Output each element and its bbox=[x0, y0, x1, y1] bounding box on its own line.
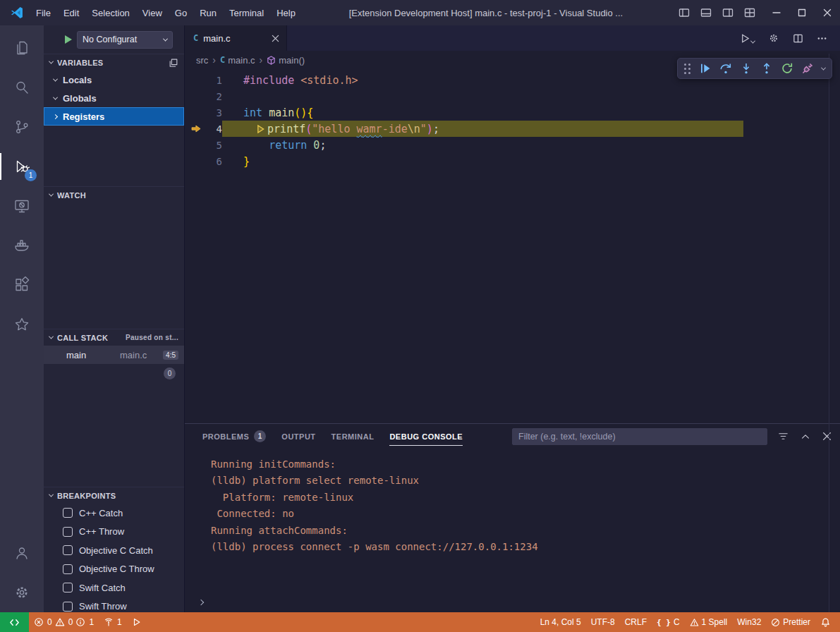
more-actions-icon[interactable] bbox=[817, 33, 827, 44]
step-out-button[interactable] bbox=[757, 59, 776, 78]
cursor-position[interactable]: Ln 4, Col 5 bbox=[535, 612, 586, 632]
breakpoint-row[interactable]: Objective C Catch bbox=[44, 541, 184, 560]
variables-item-globals[interactable]: Globals bbox=[44, 89, 184, 107]
call-stack-badge-row: 0 bbox=[44, 364, 184, 382]
call-stack-title: CALL STACK bbox=[57, 334, 108, 342]
close-panel-icon[interactable] bbox=[822, 432, 832, 441]
activity-search[interactable] bbox=[0, 68, 44, 107]
minimize-button[interactable] bbox=[764, 0, 789, 25]
debug-toolbar-more-icon[interactable] bbox=[821, 65, 826, 70]
current-line-arrow-icon[interactable] bbox=[185, 124, 207, 133]
accounts-button[interactable] bbox=[0, 533, 44, 573]
forwarded-ports-status[interactable]: 1 bbox=[99, 612, 127, 632]
code-editor[interactable]: 1 #include <stdio.h> 2 3 int main(){ 4 p… bbox=[185, 69, 840, 423]
activity-favorites[interactable] bbox=[0, 305, 44, 344]
menu-view[interactable]: View bbox=[136, 5, 169, 21]
notifications-button[interactable] bbox=[815, 612, 840, 632]
formatter-status[interactable]: Prettier bbox=[766, 612, 815, 632]
customize-layout-icon[interactable] bbox=[744, 7, 755, 18]
encoding-indicator[interactable]: UTF-8 bbox=[586, 612, 620, 632]
tab-terminal[interactable]: TERMINAL bbox=[331, 432, 375, 441]
menu-selection[interactable]: Selection bbox=[85, 5, 135, 21]
problems-status[interactable]: 0 0 1 bbox=[29, 612, 99, 632]
globals-label: Globals bbox=[63, 93, 97, 104]
watch-header[interactable]: WATCH bbox=[44, 186, 184, 203]
menu-help[interactable]: Help bbox=[270, 5, 302, 21]
debug-status-icon-item[interactable] bbox=[127, 612, 147, 632]
toggle-secondary-sidebar-icon[interactable] bbox=[722, 7, 734, 18]
maximize-button[interactable] bbox=[789, 0, 815, 25]
activity-extensions[interactable] bbox=[0, 265, 44, 305]
step-over-button[interactable] bbox=[717, 59, 735, 78]
activity-source-control[interactable] bbox=[0, 107, 44, 147]
console-input[interactable] bbox=[185, 592, 840, 612]
activity-explorer[interactable] bbox=[0, 28, 44, 68]
continue-button[interactable] bbox=[696, 59, 714, 78]
breakpoint-row[interactable]: Objective C Throw bbox=[44, 560, 184, 579]
close-button[interactable] bbox=[815, 0, 840, 25]
spell-checker-status[interactable]: 1 Spell bbox=[685, 612, 733, 632]
checkbox[interactable] bbox=[63, 527, 73, 537]
toggle-panel-icon[interactable] bbox=[700, 7, 712, 18]
toolbar-drag-handle[interactable] bbox=[683, 62, 693, 75]
checkbox[interactable] bbox=[63, 564, 73, 574]
activity-remote-explorer[interactable] bbox=[0, 186, 44, 226]
breakpoint-row[interactable]: Swift Catch bbox=[44, 578, 184, 597]
remote-indicator[interactable] bbox=[0, 612, 29, 632]
settings-button[interactable] bbox=[0, 573, 44, 612]
split-editor-icon[interactable] bbox=[793, 33, 803, 44]
menu-go[interactable]: Go bbox=[169, 5, 193, 21]
console-filter-input[interactable] bbox=[512, 428, 767, 445]
breakpoint-row[interactable]: C++ Throw bbox=[44, 523, 184, 542]
breadcrumb-folder[interactable]: src bbox=[196, 55, 208, 66]
launch-config-dropdown[interactable]: No Configurat bbox=[77, 31, 173, 49]
call-stack-header[interactable]: CALL STACK Paused on st... bbox=[44, 329, 184, 346]
tab-output[interactable]: OUTPUT bbox=[281, 432, 315, 441]
tab-problems[interactable]: PROBLEMS1 bbox=[202, 430, 266, 442]
checkbox[interactable] bbox=[63, 602, 73, 612]
activity-docker[interactable] bbox=[0, 226, 44, 265]
extensions-icon bbox=[13, 276, 30, 293]
debug-console-output[interactable]: Running initCommands: (lldb) platform se… bbox=[185, 449, 840, 592]
breadcrumb-symbol[interactable]: main() bbox=[267, 55, 305, 66]
vscode-logo-icon bbox=[10, 6, 24, 20]
token: -ide bbox=[382, 123, 408, 135]
tab-debug-console[interactable]: DEBUG CONSOLE bbox=[389, 432, 463, 441]
editor-group: C main.c src › Cmain.c › main() bbox=[185, 25, 840, 612]
breakpoints-header[interactable]: BREAKPOINTS bbox=[44, 487, 184, 504]
platform-indicator[interactable]: Win32 bbox=[732, 612, 766, 632]
activity-run-debug[interactable]: 1 bbox=[0, 147, 44, 186]
debug-badge: 1 bbox=[25, 169, 37, 181]
checkbox[interactable] bbox=[63, 545, 73, 555]
breadcrumb-file[interactable]: Cmain.c bbox=[220, 55, 255, 66]
variables-header[interactable]: VARIABLES bbox=[44, 54, 184, 71]
checkbox[interactable] bbox=[63, 508, 73, 518]
step-into-button[interactable] bbox=[737, 59, 755, 78]
collapse-all-icon[interactable] bbox=[169, 58, 178, 68]
disconnect-button[interactable] bbox=[798, 59, 817, 78]
run-file-button[interactable] bbox=[740, 33, 755, 44]
variables-title: VARIABLES bbox=[57, 59, 103, 67]
menu-run[interactable]: Run bbox=[193, 5, 223, 21]
variables-item-registers[interactable]: Registers bbox=[44, 107, 184, 126]
stack-frame-row[interactable]: main main.c 4:5 bbox=[44, 346, 184, 364]
restart-button[interactable] bbox=[778, 59, 796, 78]
eol-indicator[interactable]: CRLF bbox=[620, 612, 652, 632]
menu-file[interactable]: File bbox=[30, 5, 57, 21]
toggle-sidebar-icon[interactable] bbox=[678, 7, 690, 18]
braces-icon: { } bbox=[657, 618, 671, 627]
editor-settings-icon[interactable] bbox=[768, 32, 779, 44]
variables-item-locals[interactable]: Locals bbox=[44, 71, 184, 89]
filter-icon[interactable] bbox=[778, 431, 789, 442]
start-debug-icon[interactable] bbox=[65, 35, 72, 44]
language-mode[interactable]: { }C bbox=[652, 612, 685, 632]
menu-edit[interactable]: Edit bbox=[57, 5, 85, 21]
maximize-panel-icon[interactable] bbox=[801, 432, 810, 442]
breakpoint-row[interactable]: Swift Throw bbox=[44, 597, 184, 613]
breakpoint-row[interactable]: C++ Catch bbox=[44, 504, 184, 523]
close-tab-icon[interactable] bbox=[272, 35, 279, 42]
tab-main-c[interactable]: C main.c bbox=[185, 25, 287, 51]
checkbox[interactable] bbox=[63, 583, 73, 592]
pause-status-text: Paused on st... bbox=[126, 334, 178, 341]
menu-terminal[interactable]: Terminal bbox=[223, 5, 270, 21]
